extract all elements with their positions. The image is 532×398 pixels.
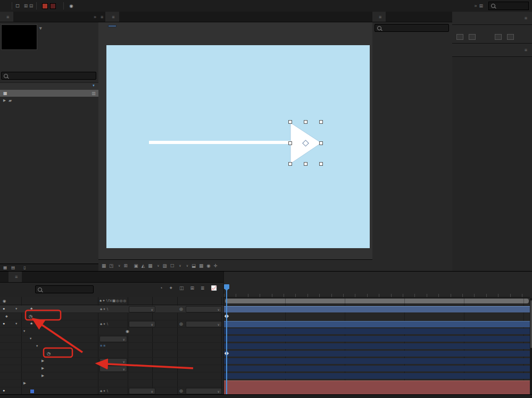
parent-dropdown[interactable]: ∨: [186, 321, 222, 327]
project-search-box[interactable]: [1, 72, 96, 80]
interpret-footage-icon[interactable]: ▦: [3, 265, 7, 270]
help-search-box[interactable]: [488, 2, 529, 10]
hyphenate-button[interactable]: [495, 34, 502, 40]
playhead-line[interactable]: [226, 284, 227, 395]
layer-bar-bg[interactable]: [224, 380, 530, 395]
parent-dropdown[interactable]: ∨: [186, 306, 222, 312]
snapping-toggle[interactable]: ☐ ⊞ ⊟: [15, 3, 33, 9]
resolution-dropdown[interactable]: ∨: [155, 263, 159, 268]
magnification-icon[interactable]: ◳: [109, 263, 113, 268]
group-bar[interactable]: [224, 343, 530, 349]
snapshot-icon[interactable]: ▣: [134, 263, 138, 268]
text-direction-ltr-button[interactable]: [456, 34, 463, 40]
parent-pickwhip-icon[interactable]: ◎: [179, 321, 183, 326]
expander-icon[interactable]: ▶: [41, 374, 44, 378]
fast-previews-icon[interactable]: ▦: [199, 263, 203, 268]
selection-handle[interactable]: [288, 141, 292, 145]
checkbox-icon[interactable]: ☐: [15, 3, 20, 9]
selection-handle[interactable]: [288, 120, 292, 124]
tab-effects-presets[interactable]: ≡: [372, 12, 386, 22]
blend-mode-dropdown[interactable]: ∨: [129, 388, 155, 394]
selection-handle[interactable]: [319, 141, 323, 145]
stopwatch-icon[interactable]: ◷: [47, 351, 51, 356]
chevron-more-icon[interactable]: »: [474, 3, 477, 9]
timeline-scrollbar[interactable]: [530, 298, 532, 394]
layer-row-shape-layer-2[interactable]: ● ▾ ★ ♣✦∖ ∨ ◎ ∨: [0, 306, 223, 313]
add-control[interactable]: ◉: [67, 3, 73, 9]
panel-menu-icon[interactable]: ≡: [112, 14, 114, 20]
group-bar[interactable]: [224, 373, 530, 379]
comp-mini-flowchart-icon[interactable]: ◔: [160, 285, 162, 291]
group-bar[interactable]: [224, 358, 530, 364]
blend-mode-dropdown[interactable]: ∨: [99, 336, 127, 342]
tab-timeline-comp[interactable]: ≡: [9, 272, 22, 282]
tab-layer[interactable]: [119, 12, 128, 22]
layer-bar-shape-layer-1[interactable]: [224, 321, 530, 327]
chevron-more-icon[interactable]: »: [94, 14, 98, 20]
frame-blending-icon[interactable]: ⊞: [190, 285, 195, 291]
trash-icon[interactable]: ▯: [23, 265, 26, 270]
fill-control[interactable]: [40, 3, 48, 9]
fill-swatch[interactable]: [42, 3, 48, 9]
always-preview-icon[interactable]: ▦: [102, 263, 106, 268]
grid-guides-icon[interactable]: ⊞: [123, 263, 127, 268]
selection-handle[interactable]: [304, 120, 307, 124]
pixel-aspect-icon[interactable]: ⬓: [192, 263, 196, 268]
panel-header-tracker[interactable]: ≡: [452, 44, 532, 57]
expander-icon[interactable]: ▶: [41, 359, 44, 363]
expander-icon[interactable]: ▾: [15, 307, 17, 311]
draft-3d-icon[interactable]: ✦: [169, 285, 173, 291]
add-circle-icon[interactable]: ◉: [69, 3, 73, 9]
parent-dropdown[interactable]: ∨: [186, 388, 222, 394]
composer-button[interactable]: [507, 34, 514, 40]
group-row-stroke-1[interactable]: ▶ ∨: [0, 358, 223, 365]
group-bar[interactable]: [224, 351, 530, 357]
property-row-path[interactable]: ◷: [0, 350, 223, 358]
visibility-eye-icon[interactable]: ●: [3, 388, 5, 392]
timeline-button-icon[interactable]: ◉: [206, 263, 210, 268]
transparency-grid-icon[interactable]: ☐: [170, 263, 174, 268]
tab-project[interactable]: ≡: [0, 12, 13, 22]
tab-composition[interactable]: ≡: [105, 12, 119, 22]
graph-editor-icon[interactable]: 📈: [211, 285, 217, 291]
group-row-transform[interactable]: ▶: [0, 380, 223, 387]
show-snapshot-icon[interactable]: ◭: [142, 263, 145, 268]
blend-mode-dropdown[interactable]: ∨: [129, 306, 155, 312]
project-list-header[interactable]: ▼: [0, 82, 98, 90]
composition-viewport[interactable]: [106, 45, 370, 248]
project-item-comp[interactable]: ▦ ▥: [0, 90, 98, 97]
timeline-track-area[interactable]: [223, 272, 532, 398]
panel-menu-icon[interactable]: ≡: [15, 274, 18, 280]
comp-breadcrumb-chip[interactable]: [108, 25, 117, 27]
group-row-path-1[interactable]: ▾ ≡≡: [0, 343, 223, 350]
layer-row-shape-layer-1[interactable]: ● ▾ ★ ♣✦∖ ∨ ◎ ∨: [0, 320, 223, 328]
blend-mode-dropdown[interactable]: ∨: [129, 321, 155, 327]
layer-switch-icons[interactable]: ♣✦∖: [100, 322, 109, 326]
layer-switch-icons[interactable]: ♣✦∖: [100, 307, 109, 311]
flowchart-icon[interactable]: ✛: [214, 263, 218, 268]
group-row-transform-shape-1[interactable]: ▶: [0, 372, 223, 380]
workspace-grid-icon[interactable]: ⊞: [479, 3, 483, 9]
motion-blur-icon[interactable]: ≣: [201, 285, 205, 291]
text-direction-rtl-button[interactable]: [469, 34, 476, 40]
expander-icon[interactable]: ▾: [15, 321, 17, 326]
group-bar[interactable]: [224, 366, 530, 371]
tab-render-queue[interactable]: [0, 272, 9, 282]
effects-search-box[interactable]: [375, 24, 449, 32]
visibility-eye-icon[interactable]: ●: [3, 321, 5, 325]
zoom-level-dropdown[interactable]: ∨: [117, 263, 120, 268]
property-row-position[interactable]: ◆ ◷: [0, 313, 223, 320]
expander-icon[interactable]: ▾: [30, 336, 31, 341]
stroke-control[interactable]: [48, 3, 60, 9]
expander-icon[interactable]: ▶: [3, 98, 6, 103]
camera-dropdown[interactable]: ∨: [177, 263, 181, 268]
group-row-shape-1[interactable]: ▾ ∨: [0, 335, 223, 343]
time-ruler[interactable]: [224, 284, 530, 298]
expander-icon[interactable]: ▾: [36, 344, 38, 348]
group-bar[interactable]: [224, 336, 530, 342]
layer-bar-shape-layer-2[interactable]: [224, 306, 530, 312]
expander-icon[interactable]: ▶: [23, 381, 26, 385]
parent-pickwhip-icon[interactable]: ◎: [179, 388, 183, 393]
sort-arrow-icon[interactable]: ▼: [92, 84, 95, 87]
parent-pickwhip-icon[interactable]: ◎: [179, 307, 183, 311]
